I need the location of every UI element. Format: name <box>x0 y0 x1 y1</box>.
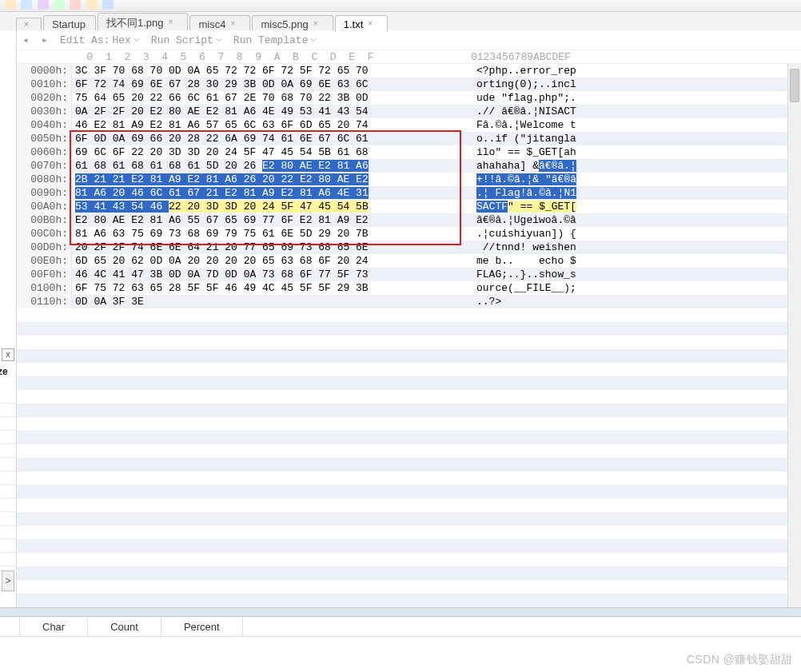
hex-row[interactable]: 00E0h:6D 65 20 62 0D 0A 20 20 20 20 65 6… <box>17 254 787 268</box>
row-hex-bytes[interactable]: 20 2F 2F 74 6E 6E 64 21 20 77 65 69 73 6… <box>72 241 459 254</box>
row-ascii[interactable]: Fâ.©â.¦Welcome t <box>473 118 787 132</box>
run-template-label: Run Template <box>233 34 309 46</box>
tool-icon[interactable] <box>70 0 81 10</box>
row-hex-bytes[interactable]: 46 E2 81 A9 E2 81 A6 57 65 6C 63 6F 6D 6… <box>72 118 459 132</box>
close-icon[interactable]: × <box>230 20 240 30</box>
hex-row[interactable]: 00A0h:53 41 43 54 46 22 20 3D 3D 20 24 5… <box>17 200 787 213</box>
tab-file-4[interactable]: 1.txt× <box>335 15 389 32</box>
row-hex-bytes[interactable]: 6F 0D 0A 69 66 20 28 22 6A 69 74 61 6E 6… <box>72 132 459 145</box>
close-icon[interactable]: × <box>368 20 377 30</box>
row-hex-bytes[interactable]: 81 A6 20 46 6C 61 67 21 E2 81 A9 E2 81 A… <box>72 186 459 200</box>
panel-handle[interactable] <box>0 608 801 617</box>
tab-file-1[interactable]: 找不同1.png× <box>98 13 189 32</box>
row-ascii[interactable]: .¦ Flag!â.©â.¦N1 <box>473 186 787 200</box>
offset-header: 0 1 2 3 4 5 6 7 8 9 A B C D E F <box>71 51 458 63</box>
row-hex-bytes[interactable]: 3C 3F 70 68 70 0D 0A 65 72 72 6F 72 5F 7… <box>72 64 459 78</box>
vertical-scrollbar[interactable] <box>787 64 801 608</box>
row-hex-bytes[interactable]: E2 80 AE E2 81 A6 55 67 65 69 77 6F E2 8… <box>72 213 459 227</box>
row-address: 0020h: <box>17 91 72 105</box>
row-hex-bytes[interactable]: 2B 21 21 E2 81 A9 E2 81 A6 26 20 22 E2 8… <box>72 173 459 186</box>
hex-row-empty <box>17 539 787 553</box>
hex-row[interactable]: 0040h:46 E2 81 A9 E2 81 A6 57 65 6C 63 6… <box>17 118 787 132</box>
row-hex-bytes[interactable]: 6F 72 74 69 6E 67 28 30 29 3B 0D 0A 69 6… <box>72 78 459 91</box>
expand-panel-button[interactable]: > <box>2 571 14 591</box>
hex-row[interactable]: 0060h:69 6C 6F 22 20 3D 3D 20 24 5F 47 4… <box>17 145 787 159</box>
hex-row-empty <box>17 444 787 458</box>
chevron-down-icon <box>134 37 140 43</box>
tab-startup[interactable]: Startup <box>43 15 96 32</box>
hex-row[interactable]: 00C0h:81 A6 63 75 69 73 68 69 79 75 61 6… <box>17 227 787 241</box>
row-ascii[interactable]: o..if ("jitangla <box>473 132 787 145</box>
close-icon[interactable]: × <box>313 20 323 30</box>
hex-row[interactable]: 0020h:75 64 65 20 22 66 6C 61 67 2E 70 6… <box>17 91 787 105</box>
hex-row[interactable]: 0110h:0D 0A 3F 3E ..?> <box>17 295 787 308</box>
tool-icon[interactable] <box>86 0 98 10</box>
row-hex-bytes[interactable]: 61 68 61 68 61 68 61 5D 20 26 E2 80 AE E… <box>72 159 459 173</box>
tool-icon[interactable] <box>54 0 65 10</box>
row-ascii[interactable]: .// â€®â.¦NISACT <box>473 105 787 118</box>
hex-row[interactable]: 0000h:3C 3F 70 68 70 0D 0A 65 72 72 6F 7… <box>17 64 787 78</box>
row-ascii[interactable]: FLAG;..}..show_s <box>473 268 787 281</box>
tab-file-2[interactable]: misc4× <box>189 15 250 32</box>
scrollbar-thumb[interactable] <box>790 69 799 102</box>
run-template-dropdown[interactable]: Run Template <box>233 34 317 46</box>
hex-row-empty <box>17 349 787 363</box>
hex-row[interactable]: 00B0h:E2 80 AE E2 81 A6 55 67 65 69 77 6… <box>17 213 787 227</box>
stats-column-headers: Char Count Percent <box>0 617 801 637</box>
run-script-dropdown[interactable]: Run Script <box>151 34 222 46</box>
tool-icon[interactable] <box>102 0 114 10</box>
hex-row[interactable]: 0030h:0A 2F 2F 20 E2 80 AE E2 81 A6 4E 4… <box>17 105 787 118</box>
row-ascii[interactable]: ahahaha] &â€®â.¦ <box>473 159 787 173</box>
row-ascii[interactable]: <?php..error_rep <box>473 64 787 78</box>
row-ascii[interactable]: me b.. echo $ <box>473 254 787 268</box>
close-icon[interactable]: × <box>24 21 34 30</box>
edit-as-dropdown[interactable]: Edit As: Hex <box>60 34 140 46</box>
tab-label: Startup <box>52 18 86 30</box>
hex-row[interactable]: 0100h:6F 75 72 63 65 28 5F 5F 46 49 4C 4… <box>17 281 787 295</box>
row-ascii[interactable]: //tnnd! weishen <box>473 241 787 254</box>
row-hex-bytes[interactable]: 0A 2F 2F 20 E2 80 AE E2 81 A6 4E 49 53 4… <box>72 105 459 118</box>
nav-back-button[interactable]: ◂ <box>22 34 30 46</box>
hex-rows[interactable]: 0000h:3C 3F 70 68 70 0D 0A 65 72 72 6F 7… <box>17 64 787 608</box>
edit-as-value: Hex <box>112 34 130 46</box>
row-ascii[interactable]: ilo" == $_GET[ah <box>473 145 787 159</box>
edit-as-label: Edit As: <box>60 34 110 46</box>
row-ascii[interactable]: .¦cuishiyuan]) { <box>473 227 787 241</box>
row-hex-bytes[interactable]: 6F 75 72 63 65 28 5F 5F 46 49 4C 45 5F 5… <box>72 281 459 295</box>
hex-row[interactable]: 00F0h:46 4C 41 47 3B 0D 0A 7D 0D 0A 73 6… <box>17 268 787 281</box>
hex-row[interactable]: 0080h:2B 21 21 E2 81 A9 E2 81 A6 26 20 2… <box>17 173 787 186</box>
tab-file-3[interactable]: misc5.png× <box>252 15 333 32</box>
row-hex-bytes[interactable]: 75 64 65 20 22 66 6C 61 67 2E 70 68 70 2… <box>72 91 459 105</box>
close-icon[interactable]: × <box>168 18 177 28</box>
col-percent[interactable]: Percent <box>161 617 243 636</box>
row-hex-bytes[interactable]: 46 4C 41 47 3B 0D 0A 7D 0D 0A 73 68 6F 7… <box>72 268 459 281</box>
row-hex-bytes[interactable]: 0D 0A 3F 3E <box>72 295 459 308</box>
tool-icon[interactable] <box>5 0 16 10</box>
hex-row[interactable]: 0090h:81 A6 20 46 6C 61 67 21 E2 81 A9 E… <box>17 186 787 200</box>
panel-close-button[interactable]: x <box>2 348 14 361</box>
row-hex-bytes[interactable]: 53 41 43 54 46 22 20 3D 3D 20 24 5F 47 4… <box>72 200 459 213</box>
row-ascii[interactable]: SACTF" == $_GET[ <box>473 200 787 213</box>
tool-icon[interactable] <box>21 0 32 10</box>
col-char[interactable]: Char <box>20 617 88 636</box>
hex-row-empty <box>17 580 787 594</box>
nav-fwd-button[interactable]: ▸ <box>41 34 49 46</box>
hex-row-empty <box>17 390 787 404</box>
tab-label: 找不同1.png <box>106 16 164 30</box>
tool-icon[interactable] <box>38 0 49 10</box>
col-count[interactable]: Count <box>88 617 161 636</box>
hex-row[interactable]: 0070h:61 68 61 68 61 68 61 5D 20 26 E2 8… <box>17 159 787 173</box>
row-hex-bytes[interactable]: 81 A6 63 75 69 73 68 69 79 75 61 6E 5D 2… <box>72 227 459 241</box>
hex-row[interactable]: 00D0h:20 2F 2F 74 6E 6E 64 21 20 77 65 6… <box>17 241 787 254</box>
row-hex-bytes[interactable]: 6D 65 20 62 0D 0A 20 20 20 20 65 63 68 6… <box>72 254 459 268</box>
row-hex-bytes[interactable]: 69 6C 6F 22 20 3D 3D 20 24 5F 47 45 54 5… <box>72 145 459 159</box>
row-ascii[interactable]: ude "flag.php";. <box>473 91 787 105</box>
row-ascii[interactable]: orting(0);..incl <box>473 78 787 91</box>
row-ascii[interactable]: +!!â.©â.¦& "â€®â <box>473 173 787 186</box>
row-ascii[interactable]: ..?> <box>473 295 787 308</box>
row-ascii[interactable]: ource(__FILE__); <box>473 281 787 295</box>
hex-row[interactable]: 0010h:6F 72 74 69 6E 67 28 30 29 3B 0D 0… <box>17 78 787 91</box>
row-ascii[interactable]: â€®â.¦Ugeiwoâ.©â <box>473 213 787 227</box>
document-tabbar: × Startup 找不同1.png× misc4× misc5.png× 1.… <box>0 12 801 32</box>
hex-row[interactable]: 0050h:6F 0D 0A 69 66 20 28 22 6A 69 74 6… <box>17 132 787 145</box>
